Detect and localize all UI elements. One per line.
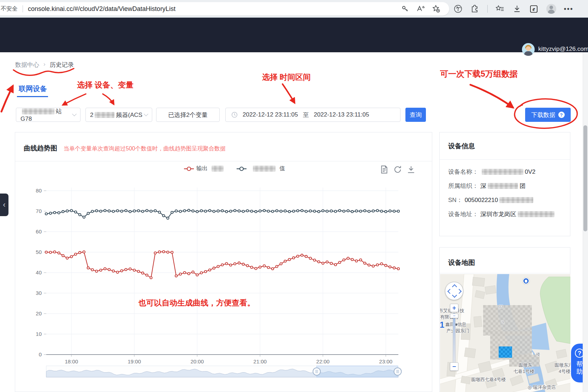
download-data-button[interactable]: 下载数据 ?	[525, 108, 571, 122]
annotation-arrow-device	[63, 94, 86, 105]
device-info-row: SN：0050022210	[448, 196, 565, 204]
svg-text:70: 70	[36, 208, 42, 214]
annotation-underline	[13, 69, 74, 75]
pan-left-icon[interactable]	[447, 289, 452, 294]
downloads-icon[interactable]	[512, 4, 522, 13]
map-canvas[interactable]: 市艾德■科技有限公司1鑫田■信息产业园东门339楼圆墩东七巷1号楼圆墩东六4号楼…	[440, 274, 570, 392]
profile-icon[interactable]	[546, 4, 556, 14]
device-map-title: 设备地图	[448, 258, 475, 267]
query-button[interactable]: 查询	[405, 108, 426, 122]
breadcrumb-separator: ›	[43, 61, 46, 69]
date-to-label: 至	[303, 111, 309, 119]
download-chart-icon[interactable]	[406, 165, 416, 174]
tab-connected-devices[interactable]: 联网设备	[19, 84, 47, 94]
settings-icon[interactable]: •••	[564, 4, 573, 13]
map-zoom-track[interactable]	[453, 313, 456, 369]
map-zoom-in-button[interactable]: +	[450, 304, 458, 312]
pan-right-icon[interactable]	[457, 289, 462, 294]
chevron-down-icon	[144, 112, 148, 116]
map-building	[485, 285, 497, 295]
annotation-arrow-variable	[103, 94, 114, 104]
scrollbar-thumb[interactable]	[583, 125, 587, 231]
map-label: 七巷1号楼	[513, 368, 534, 375]
svg-text:30: 30	[36, 290, 42, 296]
map-label: 9	[502, 320, 504, 324]
workspaces-icon[interactable]	[453, 4, 463, 13]
security-label[interactable]: 不安全	[1, 5, 18, 13]
chart-title: 曲线趋势图	[24, 144, 57, 153]
device-select[interactable]: 站G78	[16, 108, 81, 122]
map-pan-control[interactable]	[445, 282, 463, 300]
svg-text:22:00: 22:00	[316, 358, 330, 364]
screenshot-stage: 不安全 console.kinai.cc/#/cloudV2/data/View…	[0, 0, 588, 392]
map-label: 圆墩东	[518, 362, 532, 368]
svg-text:80: 80	[36, 188, 42, 194]
bus-station-icon[interactable]	[523, 278, 529, 284]
svg-text:40: 40	[36, 269, 42, 275]
map-label: 产业园东门	[446, 328, 469, 334]
key-icon[interactable]	[400, 4, 410, 13]
url-text[interactable]: console.kinai.cc/#/cloudV2/data/ViewData…	[28, 5, 176, 13]
trend-chart-svg[interactable]: 0102030405060708018:0019:0020:0021:0022:…	[22, 177, 424, 385]
map-building	[461, 376, 471, 384]
svg-text:0: 0	[39, 351, 42, 357]
divider	[487, 5, 488, 13]
extensions-icon[interactable]	[470, 4, 480, 13]
user-email[interactable]: kittyzvip@126.com	[538, 46, 588, 53]
device-map-card: 设备地图 市艾德■科技有限公司1鑫田■信息产业园东门339楼圆墩东七巷1号楼圆墩…	[439, 247, 570, 392]
svg-text:e: e	[533, 6, 535, 12]
annotation-select-device: 选择 设备、变量	[77, 80, 133, 90]
question-icon[interactable]: ?	[558, 112, 565, 118]
map-label: 4号楼	[559, 368, 570, 375]
divider	[23, 5, 23, 12]
pan-down-icon[interactable]	[452, 293, 457, 298]
ie-mode-icon[interactable]: e	[529, 4, 539, 13]
chart-legend[interactable]: 输出值	[184, 165, 285, 172]
device-info-title: 设备信息	[448, 142, 475, 151]
date-end[interactable]: 2022-12-13 23:11:05	[314, 111, 369, 118]
map-zoom-out-button[interactable]: −	[450, 362, 458, 371]
read-aloud-icon[interactable]	[416, 4, 425, 13]
tab-underline	[17, 96, 48, 97]
variable-select[interactable]: 2频器(ACS	[85, 108, 152, 122]
map-building	[472, 277, 485, 286]
browser-chrome: 不安全 console.kinai.cc/#/cloudV2/data/View…	[0, 0, 588, 18]
avatar[interactable]	[522, 43, 535, 56]
map-building	[464, 348, 476, 358]
address-bar[interactable]: 不安全 console.kinai.cc/#/cloudV2/data/View…	[0, 2, 449, 16]
annotation-select-time: 选择 时间区间	[262, 72, 311, 83]
svg-text:18:00: 18:00	[65, 358, 78, 364]
chart-warning: 当单个变量单次查询超过500个数值时，曲线趋势图呈现聚合数据	[64, 145, 226, 153]
app-header: kittyzvip@126.com	[0, 18, 588, 52]
legend-item-0[interactable]: 输出	[184, 165, 227, 172]
divider	[440, 159, 570, 160]
divider	[15, 161, 432, 161]
report-icon[interactable]	[380, 165, 389, 174]
sidebar-collapse-tab[interactable]: ‹	[0, 194, 8, 216]
annotation-arrow-download	[470, 85, 513, 107]
map-label: 33	[499, 304, 503, 309]
device-info-rows: 设备名称：0V2所属组织：深团SN：0050022210设备地址：深圳市龙岗区	[448, 168, 565, 224]
trend-chart-card: 曲线趋势图 当单个变量单次查询超过500个数值时，曲线趋势图呈现聚合数据 输出值…	[15, 132, 432, 392]
map-label: ◎ 瑞洋杂货店	[528, 384, 556, 391]
date-start[interactable]: 2022-12-12 23:11:05	[243, 111, 298, 118]
refresh-icon[interactable]	[393, 165, 402, 174]
variables-count-box[interactable]: 已选择2个变量	[156, 108, 220, 122]
add-favorite-icon[interactable]	[432, 4, 441, 13]
favorites-bar-icon[interactable]	[495, 4, 505, 13]
map-zoom-slider[interactable]: −	[450, 314, 458, 318]
svg-text:20:00: 20:00	[191, 358, 204, 364]
svg-text:50: 50	[36, 249, 42, 255]
svg-text:19:00: 19:00	[127, 358, 141, 364]
device-info-row: 设备地址：深圳市龙岗区	[448, 210, 565, 219]
pan-up-icon[interactable]	[452, 284, 457, 289]
legend-item-1[interactable]: 值	[237, 165, 285, 172]
map-label: 鑫田■信息	[445, 321, 467, 328]
svg-text:20: 20	[36, 310, 42, 316]
breadcrumb-section[interactable]: 数据中心	[15, 61, 39, 69]
clock-icon	[230, 110, 239, 119]
svg-text:21:00: 21:00	[254, 358, 267, 364]
svg-text:10: 10	[36, 331, 42, 337]
censored-map-area-highlight	[499, 346, 512, 358]
date-range-picker[interactable]: 2022-12-12 23:11:05 至 2022-12-13 23:11:0…	[225, 108, 400, 122]
